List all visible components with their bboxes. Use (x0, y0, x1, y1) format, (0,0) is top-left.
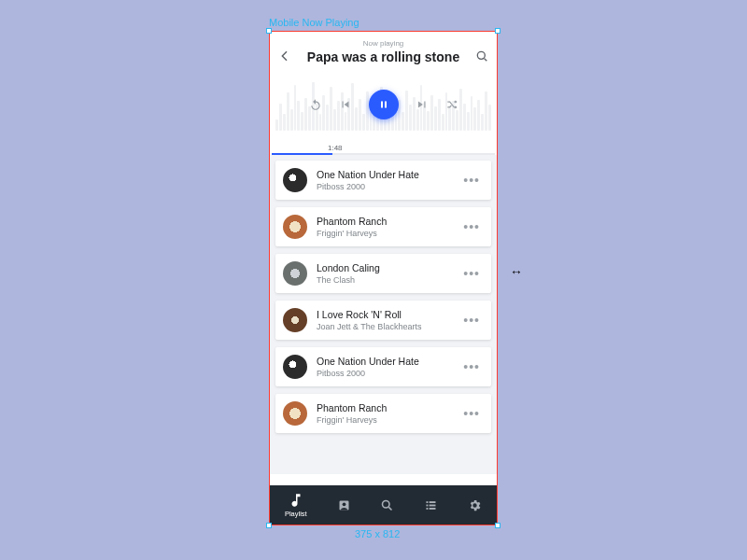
svg-rect-6 (427, 504, 429, 506)
progress-bar[interactable] (272, 153, 495, 155)
track-title: One Nation Under Hate (317, 356, 450, 369)
album-art-icon (283, 261, 307, 286)
track-title: London Caling (317, 262, 450, 275)
nav-label: Playlist (285, 510, 307, 518)
album-art-icon (283, 168, 307, 192)
nav-item-playlist[interactable]: Playlist (285, 492, 307, 518)
track-artist: Friggin' Harveys (317, 415, 450, 425)
search-icon (380, 498, 394, 512)
more-icon[interactable]: ••• (459, 169, 484, 191)
svg-rect-8 (427, 508, 429, 510)
progress-fill (272, 153, 332, 155)
skip-previous-icon[interactable] (339, 98, 352, 111)
selection-handle-icon[interactable] (495, 28, 500, 34)
gear-icon (468, 498, 482, 512)
track-info: One Nation Under Hate Pitboss 2000 (317, 356, 450, 378)
track-info: Phantom Ranch Friggin' Harveys (317, 216, 450, 238)
track-info: London Caling The Clash (317, 262, 450, 285)
nav-item-artists[interactable] (337, 498, 351, 512)
current-time-label: 1:48 (328, 144, 495, 152)
selection-handle-icon[interactable] (495, 523, 500, 528)
track-info: I Love Rock 'N' Roll Joan Jett & The Bla… (317, 309, 450, 331)
track-row[interactable]: Phantom Ranch Friggin' Harveys ••• (275, 394, 491, 433)
person-icon (337, 498, 351, 512)
track-info: One Nation Under Hate Pitboss 2000 (317, 169, 450, 191)
album-art-icon (283, 215, 307, 239)
album-art-icon (283, 308, 307, 332)
bottom-nav: Playlist (270, 485, 497, 525)
track-title: One Nation Under Hate (317, 169, 450, 182)
svg-rect-7 (430, 504, 436, 506)
pause-button[interactable] (369, 90, 399, 119)
frame-label: Mobile Now Playing (269, 17, 359, 28)
progress-section: 1:48 (270, 144, 497, 155)
waveform-area (270, 77, 497, 144)
skip-next-icon[interactable] (416, 98, 429, 111)
svg-point-3 (383, 500, 390, 508)
track-title: Phantom Ranch (317, 402, 450, 415)
playback-controls (270, 90, 497, 119)
selection-handle-icon[interactable] (266, 28, 272, 34)
track-title: I Love Rock 'N' Roll (317, 309, 450, 322)
resize-handle-icon[interactable]: ↔ (510, 264, 523, 279)
track-info: Phantom Ranch Friggin' Harveys (317, 402, 450, 425)
track-artist: The Clash (317, 275, 450, 285)
track-list: One Nation Under Hate Pitboss 2000 ••• P… (270, 155, 497, 474)
svg-rect-4 (427, 501, 429, 503)
track-artist: Joan Jett & The Blackhearts (317, 322, 450, 331)
svg-point-0 (477, 51, 485, 59)
replay-icon[interactable] (309, 98, 322, 111)
back-arrow-icon[interactable] (277, 49, 292, 63)
device-frame: Now playing Papa was a rolling stone (269, 31, 498, 525)
search-icon[interactable] (474, 49, 489, 63)
track-row[interactable]: Phantom Ranch Friggin' Harveys ••• (275, 207, 491, 246)
shuffle-icon[interactable] (445, 98, 458, 111)
track-row[interactable]: One Nation Under Hate Pitboss 2000 ••• (275, 347, 491, 386)
track-row[interactable]: I Love Rock 'N' Roll Joan Jett & The Bla… (275, 301, 491, 340)
track-artist: Friggin' Harveys (317, 229, 450, 238)
more-icon[interactable]: ••• (459, 262, 484, 285)
track-row[interactable]: One Nation Under Hate Pitboss 2000 ••• (275, 161, 491, 200)
nav-item-settings[interactable] (468, 498, 482, 512)
track-artist: Pitboss 2000 (317, 182, 450, 191)
more-icon[interactable]: ••• (459, 356, 484, 378)
now-playing-label: Now playing (279, 39, 487, 48)
album-art-icon (283, 401, 307, 426)
header: Now playing Papa was a rolling stone (270, 32, 497, 71)
album-art-icon (283, 355, 307, 379)
svg-point-2 (342, 502, 345, 506)
list-icon (424, 498, 438, 512)
more-icon[interactable]: ••• (459, 309, 484, 331)
nav-item-list[interactable] (424, 498, 438, 512)
track-title: Phantom Ranch (317, 216, 450, 229)
nav-item-search[interactable] (380, 498, 394, 512)
dimensions-label: 375 x 812 (355, 528, 400, 539)
more-icon[interactable]: ••• (459, 402, 484, 425)
more-icon[interactable]: ••• (459, 216, 484, 238)
track-row[interactable]: London Caling The Clash ••• (275, 254, 491, 293)
svg-rect-5 (430, 501, 436, 503)
svg-rect-9 (430, 508, 436, 510)
selection-handle-icon[interactable] (266, 523, 272, 528)
track-artist: Pitboss 2000 (317, 369, 450, 378)
song-title: Papa was a rolling stone (279, 49, 487, 65)
music-note-icon (288, 492, 304, 509)
